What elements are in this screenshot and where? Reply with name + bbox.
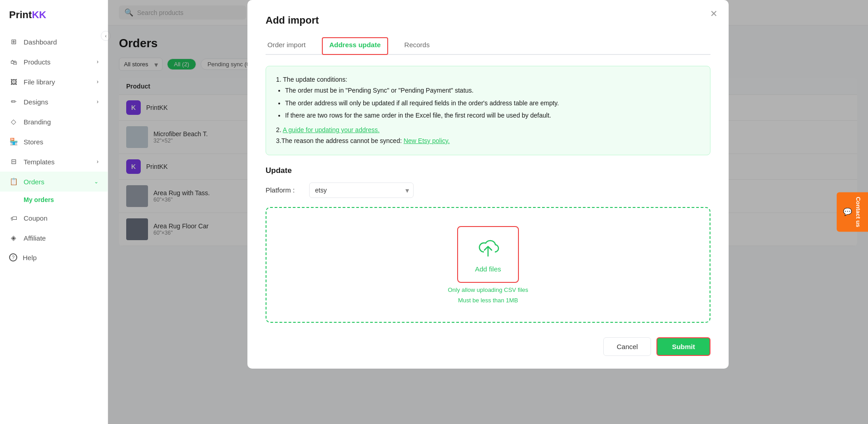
chevron-right-icon: ›	[97, 79, 99, 85]
templates-icon: ⊟	[9, 157, 18, 166]
logo: PrintKK	[0, 0, 108, 28]
add-files-button[interactable]: Add files	[457, 226, 519, 283]
logo-text: PrintKK	[9, 9, 46, 21]
sidebar-item-help[interactable]: ? Help	[0, 248, 108, 267]
chevron-right-icon: ›	[97, 59, 99, 65]
upload-hint-1: Only allow uploading CSV files	[448, 286, 528, 293]
chat-icon: 💬	[843, 207, 852, 216]
modal-close-button[interactable]: ✕	[710, 8, 718, 19]
sidebar-item-label: File library	[24, 78, 55, 86]
products-icon: 🛍	[9, 57, 18, 66]
update-section-label: Update	[266, 166, 710, 175]
tab-records[interactable]: Records	[403, 37, 432, 55]
submit-button[interactable]: Submit	[656, 337, 710, 356]
sidebar-item-label: Dashboard	[24, 38, 57, 46]
info-item-1: 1. The update conditions:	[276, 74, 700, 85]
sidebar: PrintKK ‹ ⊞ Dashboard 🛍 Products › 🖼 Fil…	[0, 0, 108, 424]
sidebar-sub-item-label: My orders	[24, 196, 54, 203]
sidebar-item-label: Templates	[24, 158, 54, 166]
chevron-right-icon: ›	[97, 99, 99, 105]
file-library-icon: 🖼	[9, 77, 18, 86]
info-item-2: 2. A guide for updating your address.	[276, 125, 700, 136]
platform-select-wrapper: etsy shopify amazon ebay	[309, 182, 414, 198]
branding-icon: ◇	[9, 117, 18, 126]
platform-form-row: Platform : etsy shopify amazon ebay	[266, 182, 710, 198]
modal-tabs: Order import Address update Records	[266, 37, 710, 55]
sidebar-item-label: Designs	[24, 98, 48, 106]
sidebar-item-affiliate[interactable]: ◈ Affiliate	[0, 228, 108, 248]
info-item-3: 3.The reason the address cannot be synce…	[276, 136, 700, 147]
sidebar-item-dashboard[interactable]: ⊞ Dashboard	[0, 32, 108, 52]
sidebar-item-templates[interactable]: ⊟ Templates ›	[0, 152, 108, 172]
cancel-button[interactable]: Cancel	[603, 337, 651, 356]
sidebar-item-label: Stores	[24, 138, 43, 146]
info-bullets: The order must be in "Pending Sync" or "…	[276, 85, 700, 121]
chevron-right-icon: ›	[97, 158, 99, 165]
sidebar-item-label: Help	[23, 254, 37, 261]
sidebar-item-my-orders[interactable]: My orders	[0, 192, 108, 208]
orders-icon: 📋	[9, 177, 18, 186]
info-bullet-3: If there are two rows for the same order…	[285, 110, 700, 121]
add-import-modal: Add import ✕ Order import Address update…	[247, 0, 729, 369]
address-guide-link[interactable]: A guide for updating your address.	[283, 126, 380, 133]
affiliate-icon: ◈	[9, 233, 18, 242]
sidebar-item-label: Coupon	[24, 214, 48, 222]
info-bullet-1: The order must be in "Pending Sync" or "…	[285, 85, 700, 96]
sidebar-item-products[interactable]: 🛍 Products ›	[0, 52, 108, 72]
info-box: 1. The update conditions: The order must…	[266, 66, 710, 155]
upload-hint-2: Must be less than 1MB	[458, 297, 518, 304]
sidebar-item-designs[interactable]: ✏ Designs ›	[0, 92, 108, 112]
upload-area: Add files Only allow uploading CSV files…	[266, 207, 710, 323]
dashboard-icon: ⊞	[9, 37, 18, 46]
etsy-policy-link[interactable]: New Etsy policy.	[404, 137, 450, 144]
sidebar-item-file-library[interactable]: 🖼 File library ›	[0, 72, 108, 92]
sidebar-item-stores[interactable]: 🏪 Stores	[0, 132, 108, 152]
sidebar-item-label: Products	[24, 58, 50, 66]
coupon-icon: 🏷	[9, 213, 18, 222]
modal-overlay: Add import ✕ Order import Address update…	[108, 0, 868, 424]
contact-us-label: Contact us	[855, 197, 862, 227]
stores-icon: 🏪	[9, 137, 18, 146]
chevron-left-icon: ‹	[105, 33, 107, 39]
modal-footer: Cancel Submit	[266, 334, 710, 356]
upload-text: Add files	[475, 265, 501, 273]
modal-title: Add import	[266, 15, 710, 26]
chevron-down-icon: ⌄	[94, 178, 99, 185]
tab-order-import[interactable]: Order import	[266, 37, 307, 55]
platform-label: Platform :	[266, 186, 302, 194]
help-icon: ?	[9, 253, 17, 261]
info-bullet-2: The order address will only be updated i…	[285, 98, 700, 109]
sidebar-item-label: Affiliate	[24, 234, 46, 242]
sidebar-item-coupon[interactable]: 🏷 Coupon	[0, 208, 108, 228]
platform-select[interactable]: etsy shopify amazon ebay	[309, 182, 414, 198]
upload-cloud-icon	[474, 236, 502, 259]
sidebar-item-label: Branding	[24, 118, 51, 126]
sidebar-item-orders[interactable]: 📋 Orders ⌄	[0, 172, 108, 192]
sidebar-item-branding[interactable]: ◇ Branding	[0, 112, 108, 132]
main-area: 🔍 Search products Orders All stores All …	[108, 0, 868, 424]
contact-us-tab[interactable]: Contact us 💬	[837, 192, 868, 232]
sidebar-item-label: Orders	[24, 178, 44, 186]
designs-icon: ✏	[9, 97, 18, 106]
sidebar-nav: ⊞ Dashboard 🛍 Products › 🖼 File library …	[0, 28, 108, 424]
tab-address-update[interactable]: Address update	[322, 37, 388, 55]
